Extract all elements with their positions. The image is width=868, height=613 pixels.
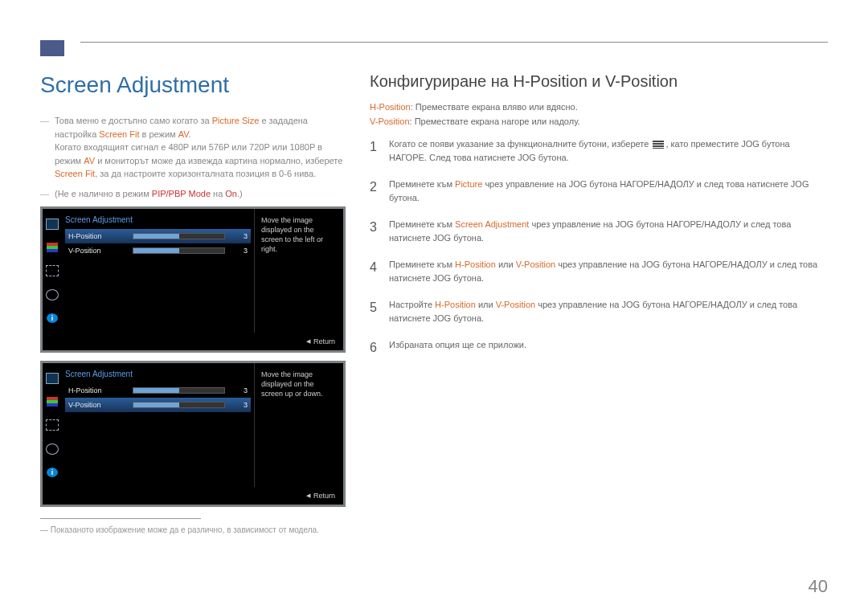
osd-screenshot-2: i Screen Adjustment H-Position 3 V-Posit… [40,361,346,507]
gear-icon [46,289,59,300]
chapter-tab [40,40,64,56]
osd-title: Screen Adjustment [65,214,251,229]
return-icon: ◀ [306,338,311,345]
vposition-desc: V-Position: Премествате екрана нагоре ил… [370,116,828,126]
osd-help-text: Move the image displayed on the screen t… [254,209,343,333]
gear-icon [46,443,59,455]
osd-item-vposition[interactable]: V-Position 3 [65,398,251,412]
return-icon: ◀ [306,492,311,499]
info-icon: i [47,313,58,323]
slider-bar[interactable] [133,387,225,394]
slider-bar[interactable] [133,402,225,408]
osd-title: Screen Adjustment [65,368,251,383]
footnote: ― Показаното изображение може да е разли… [40,525,346,534]
subsection-heading: Конфигуриране на H-Position и V-Position [370,72,828,91]
step-list: 1Когато се появи указание за функционалн… [370,137,828,358]
note-text: Това меню е достъпно само когато за [55,116,212,125]
pip-icon [46,419,59,431]
pip-icon [46,265,59,276]
top-rule [40,40,828,56]
page-number: 40 [809,576,828,597]
color-icon [47,397,58,407]
osd-help-text: Move the image displayed on the screen u… [254,363,343,487]
return-label[interactable]: Return [313,492,335,500]
info-icon: i [47,468,58,477]
hposition-desc: H-Position: Премествате екрана вляво или… [370,102,828,112]
note-strong: Picture Size [212,116,260,125]
slider-bar[interactable] [133,233,225,239]
return-label[interactable]: Return [313,337,335,345]
availability-note-2: ― (Не е налично в режим PIP/PBP Mode на … [40,187,346,201]
osd-item-hposition[interactable]: H-Position 3 [65,383,251,398]
availability-note-1: ― Това меню е достъпно само когато за Pi… [40,114,346,181]
menu-icon [653,141,664,149]
picture-icon [46,373,59,384]
osd-item-vposition[interactable]: V-Position 3 [65,243,251,258]
color-icon [47,243,58,252]
osd-screenshot-1: i Screen Adjustment H-Position 3 V-Posit… [40,206,346,353]
picture-icon [46,219,59,230]
osd-item-hposition[interactable]: H-Position 3 [65,229,251,243]
section-heading: Screen Adjustment [40,72,346,98]
slider-bar[interactable] [133,247,225,254]
